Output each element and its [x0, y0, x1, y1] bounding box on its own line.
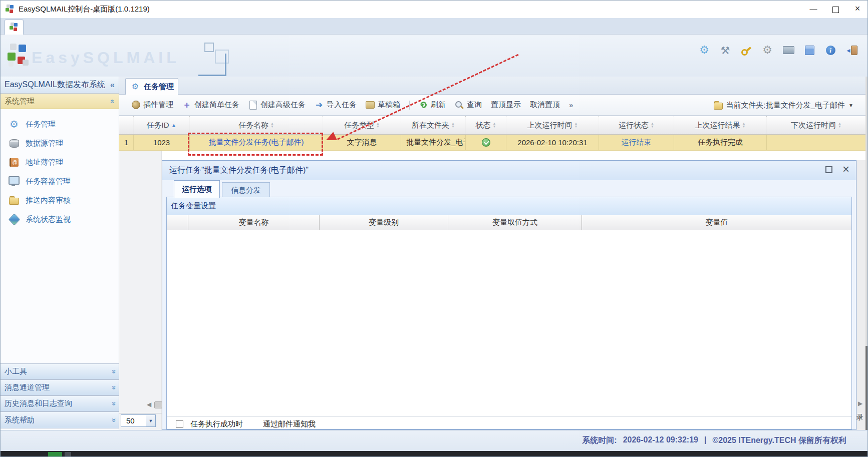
hscroll-right-arrow-icon[interactable]: ▶: [858, 400, 862, 407]
search-icon: [455, 101, 464, 110]
run-task-dialog: 运行任务"批量文件分发任务(电子邮件)" × 运行选项 信息分发 任务变量设置 …: [162, 160, 856, 430]
create-simple-task-button[interactable]: + 创建简单任务: [182, 100, 239, 110]
plugin-management-button[interactable]: 插件管理: [131, 100, 173, 110]
cell-task-type: 文字消息: [323, 135, 401, 150]
app-logo-icon: [10, 23, 19, 32]
collapse-sidebar-icon[interactable]: «: [110, 81, 115, 90]
current-folder-selector[interactable]: 当前文件夹:批量文件分发_电子邮件 ▼: [714, 95, 853, 116]
var-column-value-method: 变量取值方式: [448, 215, 582, 230]
info-icon[interactable]: i: [824, 44, 836, 56]
column-header-status[interactable]: 状态 ▲▼: [466, 116, 506, 134]
app-tab[interactable]: [5, 20, 24, 35]
column-header-next-run-time[interactable]: 下次运行时间 ▲▼: [767, 116, 865, 134]
var-column-rownum: [167, 215, 188, 230]
status-ok-icon: [482, 138, 490, 147]
maximize-button[interactable]: [824, 1, 846, 18]
cell-last-run-result: 任务执行完成: [674, 135, 767, 150]
sidebar-title: EasySQLMAIL数据发布系统: [5, 80, 110, 90]
tab-task-management[interactable]: ⚙ 任务管理: [125, 78, 178, 95]
brand-watermark: EasySQLMAIL: [32, 49, 180, 67]
column-header-last-run-result[interactable]: 上次运行结果 ▲▼: [674, 116, 767, 134]
tab-run-options[interactable]: 运行选项: [174, 180, 220, 198]
service-gear-icon[interactable]: ⚙: [761, 44, 773, 56]
sort-icons: ▲▼: [493, 122, 496, 128]
cube-icon[interactable]: [803, 44, 815, 56]
status-text: 系统时间: 2026-02-12 09:32:19 | ©2025 ITEner…: [582, 435, 846, 446]
dialog-close-button[interactable]: ×: [839, 162, 852, 177]
column-header-rownum: [119, 116, 134, 134]
sidebar-header[interactable]: EasySQLMAIL数据发布系统 «: [1, 77, 119, 94]
folder-icon: [9, 195, 20, 206]
gear-icon: ⚙: [9, 119, 20, 130]
cell-run-status: 运行结束: [599, 135, 674, 150]
tools-icon[interactable]: ⚒: [719, 44, 731, 56]
import-task-button[interactable]: ➔ 导入任务: [315, 100, 357, 110]
sidebar-section-history-logs[interactable]: 历史消息和日志查询 «: [1, 395, 119, 411]
column-header-task-id[interactable]: 任务ID ▲: [134, 116, 190, 134]
page-size-select[interactable]: 50 ▼: [121, 414, 156, 427]
taskbar-fragment: [65, 452, 71, 456]
title-bar: EasySQLMAIL控制台-桌面版(1.0.1219) — ×: [1, 1, 868, 18]
toolbar-overflow-icon[interactable]: »: [569, 101, 573, 109]
sidebar-section-tools[interactable]: 小工具 «: [1, 363, 119, 379]
column-header-task-name[interactable]: 任务名称 ▲▼: [190, 116, 323, 134]
status-separator: |: [704, 435, 706, 446]
sidebar-item-container-management[interactable]: 任务容器管理: [1, 172, 119, 191]
chevron-down-icon: «: [108, 369, 117, 373]
folder-icon: [714, 101, 723, 110]
sort-icons: ▲▼: [742, 122, 746, 128]
taskbar-fragment: [48, 452, 62, 456]
notify-checkbox[interactable]: [176, 420, 183, 428]
cell-status: [466, 135, 506, 150]
task-name-link[interactable]: 批量文件分发任务(电子邮件): [209, 138, 304, 147]
column-header-folder[interactable]: 所在文件夹 ▲▼: [401, 116, 466, 134]
monitor-icon: [9, 176, 20, 187]
create-advanced-task-button[interactable]: 创建高级任务: [248, 100, 306, 110]
hscroll-thumb[interactable]: [154, 401, 162, 408]
vertical-scrollbar-thumb[interactable]: [865, 346, 868, 430]
exit-icon[interactable]: ◄: [845, 44, 857, 56]
sort-icons: ▲▼: [376, 122, 380, 128]
pin-top-button[interactable]: 置顶显示: [491, 100, 521, 110]
import-arrow-icon: ➔: [315, 101, 324, 110]
document-icon: [248, 101, 257, 110]
key-icon[interactable]: [740, 44, 752, 56]
cell-task-name[interactable]: 批量文件分发任务(电子邮件): [190, 135, 323, 150]
sidebar-item-push-content-review[interactable]: 推送内容审核: [1, 191, 119, 210]
column-header-run-status[interactable]: 运行状态 ▲▼: [599, 116, 674, 134]
sidebar-item-task-management[interactable]: ⚙ 任务管理: [1, 115, 119, 134]
refresh-button[interactable]: 刷新: [419, 100, 446, 110]
query-button[interactable]: 查询: [455, 100, 482, 110]
sidebar-section-system[interactable]: 系统管理 «: [1, 94, 119, 109]
dialog-maximize-button[interactable]: [825, 166, 832, 173]
hscroll-left-arrow-icon[interactable]: ◀: [147, 401, 151, 408]
dialog-divider: [167, 416, 851, 417]
column-header-task-type[interactable]: 任务类型 ▲▼: [323, 116, 401, 134]
unpin-top-button[interactable]: 取消置顶: [530, 100, 560, 110]
sidebar-item-datasource-management[interactable]: 数据源管理: [1, 134, 119, 153]
dialog-title: 运行任务"批量文件分发任务(电子邮件)": [169, 165, 309, 176]
globe-icon: [9, 214, 20, 225]
sort-icons: ▲▼: [574, 122, 578, 128]
content-tab-bar: ⚙ 任务管理: [119, 77, 868, 95]
sidebar-section-message-channels[interactable]: 消息通道管理 «: [1, 379, 119, 395]
sidebar-item-addressbook-management[interactable]: @ 地址薄管理: [1, 153, 119, 172]
app-tab-strip: [1, 18, 868, 35]
settings-gear-icon[interactable]: ⚙: [698, 44, 710, 56]
notify-label-1: 任务执行成功时: [190, 419, 243, 429]
minimize-button[interactable]: —: [802, 1, 824, 18]
close-button[interactable]: ×: [846, 1, 868, 18]
column-header-last-run-time[interactable]: 上次运行时间 ▲▼: [506, 116, 599, 134]
sidebar-item-system-status-monitor[interactable]: 系统状态监视: [1, 210, 119, 229]
sidebar-section-system-help[interactable]: 系统帮助 «: [1, 411, 119, 428]
sort-icons: ▲▼: [838, 122, 841, 128]
select-arrow-icon: ▼: [146, 415, 155, 426]
row-number: 1: [119, 135, 134, 150]
draftbox-button[interactable]: 草稿箱: [366, 100, 400, 110]
table-row[interactable]: 1 1023 批量文件分发任务(电子邮件) 文字消息 批量文件分发_电子邮件 2…: [119, 135, 865, 151]
drive-icon[interactable]: [782, 44, 794, 56]
task-table-header: 任务ID ▲ 任务名称 ▲▼ 任务类型 ▲▼ 所在文件夹 ▲▼ 状态 ▲▼ 上次…: [119, 116, 865, 135]
app-logo-icon: [6, 5, 15, 14]
tab-info-dispatch[interactable]: 信息分发: [222, 182, 270, 198]
refresh-icon: [419, 101, 428, 110]
